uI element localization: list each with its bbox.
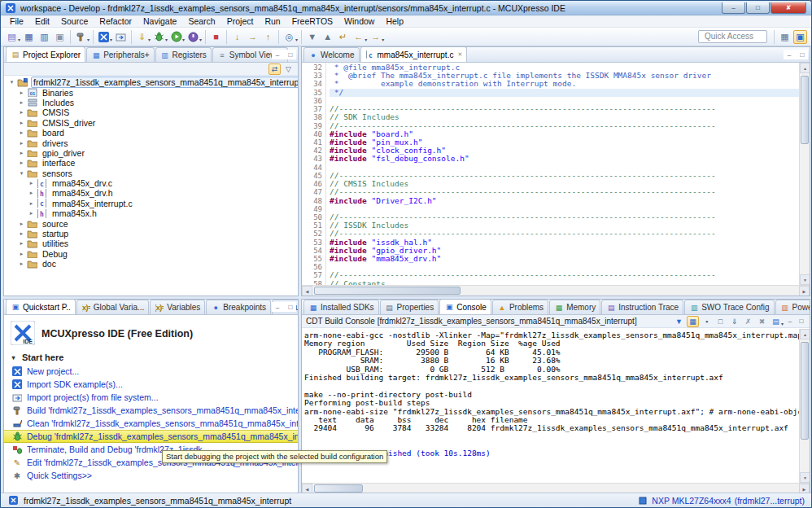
project-tree[interactable]: ▾frdmkl27z_1issdk_examples_sensors_mma84…: [4, 76, 298, 295]
scroll-left-icon[interactable]: ◀: [302, 286, 312, 296]
quickstart-link-import-project-s-fr[interactable]: Import project(s) from file system...: [4, 391, 298, 404]
minimize-view-icon[interactable]: –: [784, 317, 796, 326]
develop-perspective-icon[interactable]: ▣: [793, 30, 807, 44]
expand-arrow-icon[interactable]: ▸: [17, 221, 26, 227]
tree-item-drivers[interactable]: ▸drivers: [4, 138, 298, 147]
tab-instruction-trace[interactable]: ▤Instruction Trace: [601, 300, 683, 314]
quick-access-button[interactable]: Quick Access: [698, 30, 767, 43]
scroll-lock-icon[interactable]: ⇓: [728, 316, 740, 327]
quickstart-link-quick-settings[interactable]: ✱Quick Settings>>: [4, 469, 298, 482]
expand-arrow-icon[interactable]: ▸: [17, 99, 26, 106]
tree-item-mma845x-h[interactable]: ▸hmma845x.h: [4, 208, 298, 218]
tree-item-doc[interactable]: ▸doc: [4, 259, 298, 269]
expand-arrow-icon[interactable]: ▸: [17, 261, 26, 267]
expand-arrow-icon[interactable]: ▸: [17, 109, 26, 116]
quickstart-link-debug-frdmkl27z-1is[interactable]: Debug 'frdmkl27z_1issdk_examples_sensors…: [4, 430, 298, 443]
tab-welcome[interactable]: ●Welcome: [303, 47, 360, 62]
expand-arrow-icon[interactable]: ▸: [17, 251, 26, 257]
debug-icon[interactable]: [152, 30, 166, 44]
tree-item-gpio-driver[interactable]: ▸gpio_driver: [4, 148, 298, 158]
previous-annotation-icon[interactable]: ▲: [321, 30, 334, 44]
tree-item-includes[interactable]: ▸Includes: [4, 98, 298, 107]
forward-icon[interactable]: →: [369, 30, 382, 44]
tab-registers[interactable]: ▥Registers: [155, 47, 212, 62]
expand-arrow-icon[interactable]: ▸: [17, 150, 26, 156]
scrollbar-thumb[interactable]: [314, 484, 363, 493]
new-c-project-icon[interactable]: [97, 30, 111, 44]
scroll-down-icon[interactable]: ▼: [800, 274, 810, 285]
menu-edit[interactable]: Edit: [29, 16, 55, 26]
editor-horizontal-scrollbar[interactable]: ◀ ▶: [302, 285, 810, 296]
tab-console[interactable]: ▣Console: [439, 300, 491, 314]
run-icon[interactable]: [169, 30, 183, 44]
dropdown-arrow-icon[interactable]: ▾: [295, 37, 298, 42]
editor-vertical-scrollbar[interactable]: ▲ ▼: [799, 63, 810, 285]
menu-run[interactable]: Run: [259, 16, 286, 26]
next-annotation-icon[interactable]: ▼: [305, 30, 319, 44]
terminate-icon[interactable]: ■: [209, 30, 223, 44]
tree-item-source[interactable]: ▸source: [4, 218, 298, 228]
tab-variables[interactable]: (x)=Variables: [150, 300, 205, 314]
tree-item-cmsis[interactable]: ▸CMSIS: [4, 107, 298, 117]
profile-icon[interactable]: [186, 30, 200, 44]
dropdown-arrow-icon[interactable]: ▾: [18, 37, 20, 42]
open-perspective-icon[interactable]: ▦: [778, 30, 792, 44]
quickstart-link-import-sdk-example-s[interactable]: Import SDK example(s)...: [4, 378, 298, 391]
expand-arrow-icon[interactable]: ▸: [17, 120, 26, 126]
quickstart-link-clean-frdmkl27z-1is[interactable]: Clean 'frdmkl27z_1issdk_examples_sensors…: [4, 417, 298, 430]
search-icon[interactable]: ◎: [282, 30, 296, 44]
dropdown-arrow-icon[interactable]: ▾: [87, 37, 89, 42]
step-over-icon[interactable]: →: [246, 30, 260, 44]
menu-refactor[interactable]: Refactor: [94, 16, 138, 26]
link-with-editor-icon[interactable]: ⇄: [268, 64, 281, 75]
build-icon[interactable]: [74, 30, 88, 44]
tab-global-varia[interactable]: (x)=Global Varia...: [76, 300, 150, 314]
last-edit-location-icon[interactable]: ↵: [336, 30, 350, 44]
device-link[interactable]: NXP MKL27Z64xxx4: [652, 496, 731, 506]
dropdown-arrow-icon[interactable]: ▾: [110, 37, 112, 42]
tab-properties[interactable]: ▤Properties: [380, 300, 439, 314]
collapse-arrow-icon[interactable]: ▾: [7, 79, 16, 85]
tab-power-measurement-t[interactable]: ▥Power Measurement T...: [775, 300, 810, 314]
clear-console-icon[interactable]: □: [714, 316, 727, 327]
open-console-icon[interactable]: ▤: [770, 316, 782, 327]
quickstart-link-build-frdmkl27z-1is[interactable]: Build 'frdmkl27z_1issdk_examples_sensors…: [4, 404, 298, 417]
tree-item-mma845x-drv-c[interactable]: ▸cmma845x_drv.c: [4, 178, 298, 188]
dropdown-arrow-icon[interactable]: ▾: [781, 321, 784, 327]
menu-window[interactable]: Window: [338, 16, 380, 26]
start-here-section[interactable]: ▾ Start here: [4, 349, 298, 365]
minimize-view-icon[interactable]: –: [784, 50, 795, 59]
tab-swo-trace-config[interactable]: ▥SWO Trace Config: [684, 300, 774, 314]
print-icon[interactable]: ▣: [53, 30, 67, 44]
tree-item-mma845x-drv-h[interactable]: ▸hmma845x_drv.h: [4, 188, 298, 198]
tab-installed-sdks[interactable]: ▦Installed SDKs: [303, 300, 379, 314]
back-icon[interactable]: ←: [351, 30, 365, 44]
expand-arrow-icon[interactable]: ▸: [27, 210, 36, 217]
scrollbar-thumb[interactable]: [801, 342, 809, 440]
tree-item-cmsis-driver[interactable]: ▸CMSIS_driver: [4, 118, 298, 128]
tab-mma845x-interrupt-c[interactable]: cmma845x_interrupt.c✕: [360, 47, 468, 62]
tree-item-board[interactable]: ▸board: [4, 128, 298, 138]
expand-arrow-icon[interactable]: ▸: [17, 160, 26, 166]
tree-item-binaries[interactable]: ▸01Binaries: [4, 87, 298, 97]
menu-help[interactable]: Help: [380, 16, 409, 26]
remove-all-launches-icon[interactable]: ✖: [756, 316, 768, 327]
maximize-view-icon[interactable]: □: [797, 50, 808, 59]
maximize-window-button[interactable]: □: [746, 2, 770, 14]
save-icon[interactable]: ▦: [22, 30, 36, 44]
expand-arrow-icon[interactable]: ▸: [27, 200, 36, 207]
tree-item-frdmkl27z-1issdk-examples-sensors-mma8451q-mma845x-interrupt[interactable]: ▾frdmkl27z_1issdk_examples_sensors_mma84…: [4, 77, 298, 87]
close-window-button[interactable]: ✘: [771, 2, 806, 14]
expand-arrow-icon[interactable]: ▸: [17, 230, 26, 237]
pin-console-icon[interactable]: ▪: [701, 316, 713, 327]
tree-item-startup[interactable]: ▸startup: [4, 229, 298, 239]
scroll-right-icon[interactable]: ▶: [799, 286, 810, 296]
menu-source[interactable]: Source: [55, 16, 94, 26]
expand-arrow-icon[interactable]: ▸: [17, 240, 26, 247]
tree-item-utilities[interactable]: ▸utilities: [4, 239, 298, 248]
close-tab-icon[interactable]: ✕: [457, 51, 462, 58]
maximize-view-icon[interactable]: □: [285, 302, 296, 312]
tree-item-debug[interactable]: ▸Debug: [4, 249, 298, 259]
expand-arrow-icon[interactable]: ▸: [17, 129, 26, 136]
scrollbar-thumb[interactable]: [801, 76, 809, 144]
